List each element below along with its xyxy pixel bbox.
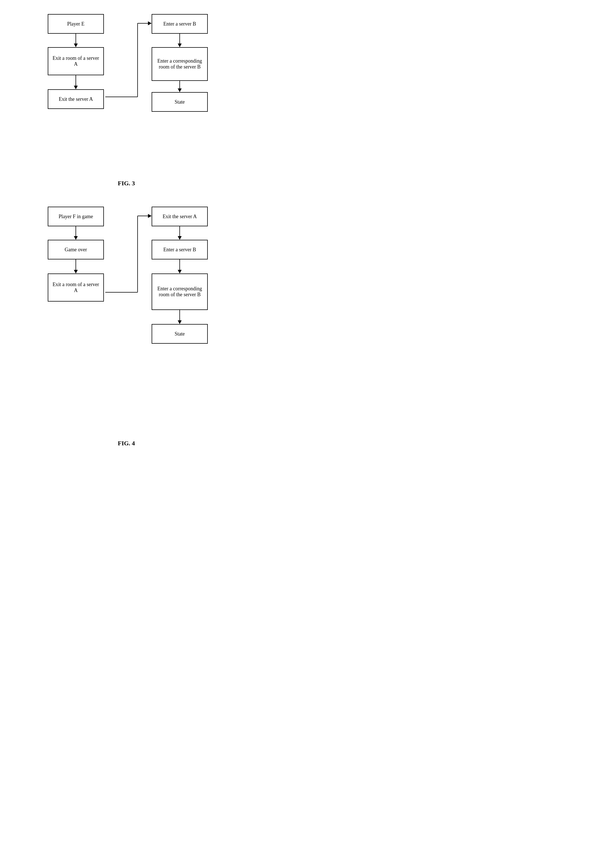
fig4-right-box4: State [152, 324, 208, 344]
fig4-left-box1: Player F in game [48, 207, 104, 226]
figure-3-container: Player E Exit a room of a server A Exit … [6, 11, 247, 187]
fig3-right-box3: State [152, 92, 208, 112]
fig3-left-box3: Exit the server A [48, 89, 104, 109]
fig3-left-box2: Exit a room of a server A [48, 47, 104, 75]
fig3-label: FIG. 3 [118, 180, 135, 187]
fig4-label: FIG. 4 [118, 440, 135, 447]
svg-marker-1 [74, 44, 78, 47]
fig4-right-box3: Enter a corresponding room of the server… [152, 273, 208, 310]
fig4-diagram: Player F in game Game over Exit a room o… [28, 204, 225, 434]
fig3-right-box1: Enter a server B [152, 14, 208, 34]
svg-marker-7 [148, 21, 152, 25]
svg-marker-23 [178, 270, 182, 273]
svg-marker-15 [74, 270, 78, 273]
fig4-right-box2: Enter a server B [152, 240, 208, 259]
svg-marker-21 [178, 236, 182, 240]
fig4-left-box2: Game over [48, 240, 104, 259]
svg-marker-25 [178, 320, 182, 324]
fig3-diagram: Player E Exit a room of a server A Exit … [28, 11, 225, 174]
fig4-left-box3: Exit a room of a server A [48, 273, 104, 301]
svg-marker-11 [178, 88, 182, 92]
svg-marker-19 [148, 214, 152, 218]
svg-marker-13 [74, 236, 78, 240]
fig3-left-box1: Player E [48, 14, 104, 34]
fig4-svg [28, 204, 225, 434]
svg-marker-3 [74, 86, 78, 89]
fig4-right-box1: Exit the server A [152, 207, 208, 226]
fig3-right-box2: Enter a corresponding room of the server… [152, 47, 208, 81]
figure-4-container: Player F in game Game over Exit a room o… [6, 204, 247, 447]
svg-marker-9 [178, 44, 182, 47]
